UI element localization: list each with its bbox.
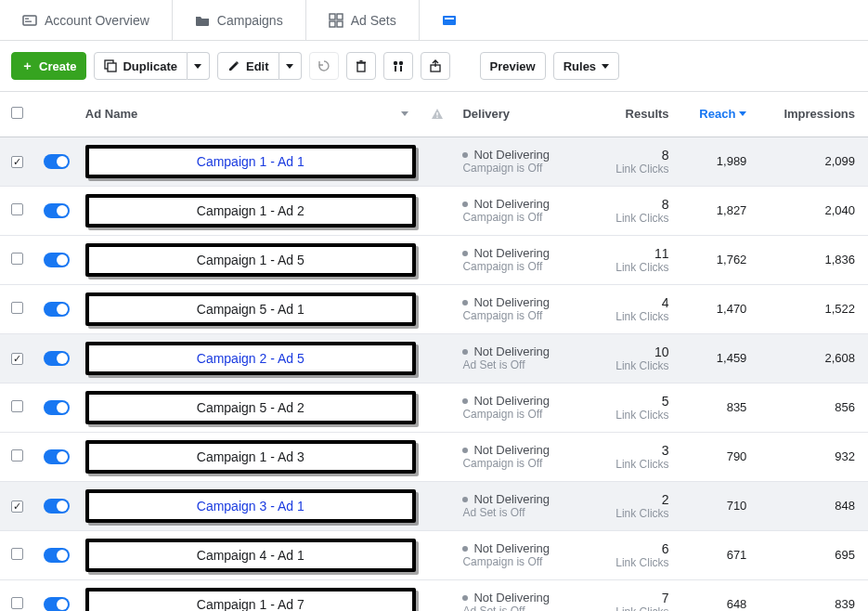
row-toggle[interactable]: [34, 136, 80, 186]
table-row[interactable]: Campaign 2 - Ad 5Not DeliveringAd Set is…: [0, 333, 868, 383]
row-toggle[interactable]: [34, 530, 80, 579]
status-dot-icon: [462, 300, 468, 306]
table-row[interactable]: Campaign 5 - Ad 2Not DeliveringCampaign …: [0, 383, 868, 432]
row-name-cell: Campaign 3 - Ad 1: [80, 481, 421, 530]
row-checkbox[interactable]: [0, 333, 34, 383]
row-checkbox[interactable]: [0, 186, 34, 235]
row-impressions: 932: [756, 432, 868, 481]
row-checkbox[interactable]: [0, 284, 34, 333]
status-dot-icon: [462, 202, 468, 207]
ad-name[interactable]: Campaign 1 - Ad 7: [85, 588, 416, 612]
ad-name[interactable]: Campaign 3 - Ad 1: [85, 489, 416, 523]
row-delivery: Not DeliveringCampaign is Off: [453, 136, 590, 186]
status-dot-icon: [462, 251, 468, 256]
row-checkbox[interactable]: [0, 432, 34, 481]
table-row[interactable]: Campaign 1 - Ad 7Not DeliveringAd Set is…: [0, 579, 868, 611]
ad-name[interactable]: Campaign 1 - Ad 1: [85, 145, 416, 178]
table-row[interactable]: Campaign 1 - Ad 1Not DeliveringCampaign …: [0, 136, 868, 186]
header-impressions[interactable]: Impressions: [756, 92, 868, 136]
ad-name[interactable]: Campaign 4 - Ad 1: [85, 539, 416, 572]
duplicate-dropdown[interactable]: [188, 52, 210, 80]
ad-name[interactable]: Campaign 5 - Ad 1: [85, 292, 416, 326]
row-checkbox[interactable]: [0, 235, 34, 284]
row-results: 6Link Clicks: [591, 530, 679, 579]
svg-rect-13: [359, 60, 362, 62]
row-results: 7Link Clicks: [591, 579, 679, 611]
row-reach: 710: [679, 481, 757, 530]
row-impressions: 839: [756, 579, 868, 611]
tab-overview-label: Account Overview: [45, 13, 149, 28]
row-name-cell: Campaign 1 - Ad 7: [80, 579, 421, 611]
row-delivery: Not DeliveringCampaign is Off: [453, 383, 590, 432]
table-row[interactable]: Campaign 1 - Ad 3Not DeliveringCampaign …: [0, 432, 868, 481]
ad-name[interactable]: Campaign 1 - Ad 5: [85, 243, 416, 277]
edit-button[interactable]: Edit: [217, 52, 279, 80]
header-delivery[interactable]: Delivery: [453, 92, 590, 136]
row-checkbox[interactable]: [0, 136, 34, 186]
table-row[interactable]: Campaign 4 - Ad 1Not DeliveringCampaign …: [0, 530, 868, 579]
row-results: 8Link Clicks: [591, 186, 679, 235]
table-row[interactable]: Campaign 5 - Ad 1Not DeliveringCampaign …: [0, 284, 868, 333]
revert-button[interactable]: [309, 52, 339, 80]
row-warning: [421, 333, 454, 383]
duplicate-button[interactable]: Duplicate: [94, 52, 188, 80]
svg-point-15: [398, 61, 402, 65]
ad-name[interactable]: Campaign 5 - Ad 2: [85, 391, 416, 424]
table-row[interactable]: Campaign 1 - Ad 5Not DeliveringCampaign …: [0, 235, 868, 284]
svg-rect-20: [436, 116, 437, 117]
ad-name[interactable]: Campaign 2 - Ad 5: [85, 342, 416, 375]
row-name-cell: Campaign 1 - Ad 5: [80, 235, 421, 284]
ad-name[interactable]: Campaign 1 - Ad 3: [85, 440, 416, 474]
row-name-cell: Campaign 2 - Ad 5: [80, 333, 421, 383]
tab-account-overview[interactable]: Account Overview: [0, 0, 173, 40]
row-checkbox[interactable]: [0, 383, 34, 432]
row-reach: 648: [679, 579, 757, 611]
row-results: 10Link Clicks: [591, 333, 679, 383]
row-warning: [421, 383, 454, 432]
row-toggle[interactable]: [34, 235, 80, 284]
table-row[interactable]: Campaign 1 - Ad 2Not DeliveringCampaign …: [0, 186, 868, 235]
row-toggle[interactable]: [34, 383, 80, 432]
row-toggle[interactable]: [34, 333, 80, 383]
tab-campaigns[interactable]: Campaigns: [173, 0, 306, 40]
status-dot-icon: [462, 497, 468, 502]
row-toggle[interactable]: [34, 579, 80, 611]
ab-test-button[interactable]: [383, 52, 413, 80]
row-warning: [421, 432, 454, 481]
header-name[interactable]: Ad Name: [80, 92, 421, 136]
export-icon: [429, 59, 442, 72]
row-checkbox[interactable]: [0, 481, 34, 530]
status-dot-icon: [462, 398, 468, 404]
tab-ads[interactable]: [420, 0, 479, 40]
row-results: 11Link Clicks: [591, 235, 679, 284]
row-name-cell: Campaign 1 - Ad 2: [80, 186, 421, 235]
beaker-icon: [392, 59, 405, 72]
header-results[interactable]: Results: [591, 92, 679, 136]
row-checkbox[interactable]: [0, 579, 34, 611]
row-impressions: 1,836: [756, 235, 868, 284]
row-delivery: Not DeliveringCampaign is Off: [453, 530, 590, 579]
edit-dropdown[interactable]: [279, 52, 302, 80]
export-button[interactable]: [421, 52, 450, 80]
row-delivery: Not DeliveringCampaign is Off: [453, 186, 590, 235]
preview-button[interactable]: Preview: [480, 52, 546, 80]
row-toggle[interactable]: [34, 284, 80, 333]
create-button[interactable]: ＋ Create: [11, 52, 86, 80]
row-toggle[interactable]: [34, 432, 80, 481]
header-name-label: Ad Name: [85, 107, 137, 121]
row-toggle[interactable]: [34, 481, 80, 530]
row-name-cell: Campaign 5 - Ad 1: [80, 284, 421, 333]
table-row[interactable]: Campaign 3 - Ad 1Not DeliveringAd Set is…: [0, 481, 868, 530]
ad-name[interactable]: Campaign 1 - Ad 2: [85, 194, 416, 228]
grid-icon: [329, 13, 343, 28]
delete-button[interactable]: [346, 52, 376, 80]
rules-dropdown[interactable]: Rules: [553, 52, 619, 80]
tab-adsets[interactable]: Ad Sets: [306, 0, 420, 40]
status-dot-icon: [462, 448, 468, 453]
revert-icon: [317, 59, 330, 72]
header-reach[interactable]: Reach: [679, 92, 757, 136]
row-checkbox[interactable]: [0, 530, 34, 579]
row-toggle[interactable]: [34, 186, 80, 235]
plus-icon: ＋: [21, 58, 33, 74]
header-select-all[interactable]: [0, 92, 34, 136]
